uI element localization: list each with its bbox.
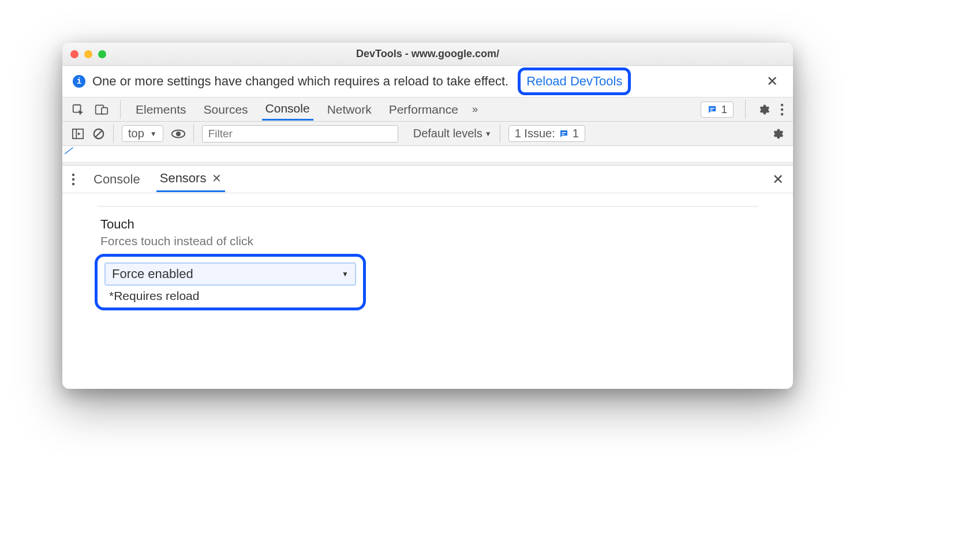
divider — [113, 124, 114, 143]
live-expression-icon[interactable] — [171, 129, 185, 139]
svg-point-7 — [781, 112, 783, 115]
toggle-console-sidebar-icon[interactable] — [72, 128, 84, 140]
settings-icon[interactable] — [757, 103, 770, 116]
console-output-area[interactable]: ⁄ — [62, 146, 793, 162]
log-levels-value: Default levels — [413, 127, 482, 140]
annotation-highlight: Force enabled ▼ *Requires reload — [95, 254, 366, 310]
svg-point-5 — [781, 103, 783, 106]
divider — [745, 100, 746, 119]
divider — [500, 124, 500, 143]
filter-input[interactable] — [202, 125, 398, 142]
titlebar: DevTools - www.google.com/ — [62, 43, 793, 66]
console-filterbar: top ▼ Default levels ▼ 1 Issue: 1 — [62, 122, 793, 146]
device-toolbar-icon[interactable] — [95, 103, 109, 116]
issues-count: 1 — [573, 127, 579, 140]
issue-icon — [559, 129, 569, 139]
info-icon: i — [73, 75, 85, 88]
svg-point-11 — [176, 132, 181, 136]
svg-rect-4 — [710, 110, 713, 111]
more-tabs-button[interactable]: » — [472, 103, 478, 115]
issues-button[interactable]: 1 Issue: 1 — [508, 125, 585, 142]
close-drawer-icon[interactable]: ✕ — [772, 171, 784, 187]
svg-point-6 — [781, 108, 783, 110]
close-tab-icon[interactable]: ✕ — [212, 171, 222, 185]
svg-rect-12 — [562, 132, 566, 133]
touch-select[interactable]: Force enabled ▼ — [104, 262, 356, 286]
svg-point-16 — [72, 182, 74, 185]
drawer-more-icon[interactable] — [72, 173, 75, 186]
clear-console-icon[interactable] — [92, 127, 105, 140]
chevron-down-icon: ▼ — [342, 270, 349, 278]
divider — [97, 206, 758, 207]
infobar-message: One or more settings have changed which … — [92, 74, 508, 89]
touch-setting-subtitle: Forces touch instead of click — [100, 234, 772, 248]
tab-sources[interactable]: Sources — [200, 99, 252, 120]
tab-elements[interactable]: Elements — [132, 99, 190, 120]
drawer-tabstrip: Console Sensors ✕ ✕ — [62, 166, 793, 193]
drawer-tab-sensors-label: Sensors — [160, 171, 207, 186]
drawer-body: Touch Forces touch instead of click Forc… — [62, 193, 793, 323]
chevron-down-icon: ▼ — [150, 130, 157, 138]
more-options-icon[interactable] — [780, 103, 784, 116]
divider — [120, 100, 121, 119]
context-value: top — [128, 127, 144, 140]
svg-rect-2 — [102, 107, 107, 114]
devtools-window: DevTools - www.google.com/ i One or more… — [62, 43, 793, 389]
svg-point-14 — [72, 173, 74, 175]
inspect-element-icon[interactable] — [72, 103, 84, 116]
console-prompt-fragment: ⁄ — [66, 144, 73, 159]
tab-performance[interactable]: Performance — [386, 99, 462, 120]
issue-icon — [707, 104, 717, 115]
issues-count: 1 — [721, 103, 727, 116]
reload-devtools-button[interactable]: Reload DevTools — [518, 68, 631, 95]
dismiss-infobar-button[interactable]: ✕ — [762, 71, 783, 92]
chevron-down-icon: ▼ — [485, 130, 492, 138]
reload-infobar: i One or more settings have changed whic… — [62, 66, 793, 97]
touch-setting-title: Touch — [100, 217, 772, 232]
main-tabstrip: Elements Sources Console Network Perform… — [62, 97, 793, 122]
divider — [193, 124, 194, 143]
issues-counter[interactable]: 1 — [701, 102, 734, 118]
touch-reload-note: *Requires reload — [109, 289, 356, 303]
tab-network[interactable]: Network — [324, 99, 375, 120]
drawer-tab-sensors[interactable]: Sensors ✕ — [156, 166, 226, 192]
drawer-tab-console[interactable]: Console — [90, 167, 144, 192]
issues-label: 1 Issue: — [515, 127, 555, 140]
svg-rect-13 — [562, 134, 564, 135]
console-settings-icon[interactable] — [771, 127, 784, 140]
window-title: DevTools - www.google.com/ — [62, 48, 793, 60]
context-selector[interactable]: top ▼ — [122, 125, 163, 142]
svg-point-15 — [72, 178, 74, 180]
svg-rect-3 — [710, 108, 715, 109]
tab-console[interactable]: Console — [262, 98, 313, 121]
touch-select-value: Force enabled — [112, 267, 193, 282]
log-levels-selector[interactable]: Default levels ▼ — [413, 127, 492, 140]
